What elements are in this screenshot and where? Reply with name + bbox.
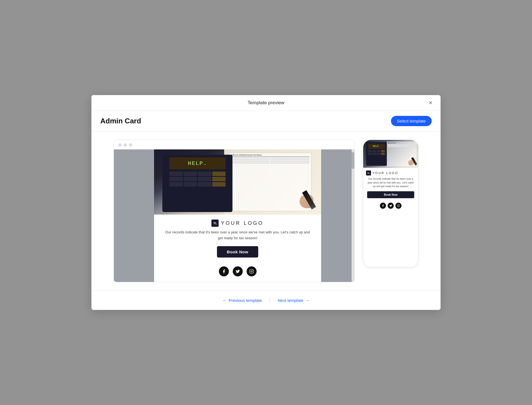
close-button[interactable]: ×	[426, 98, 435, 107]
mobile-body-text: Our records indicate that it's been over…	[363, 177, 418, 189]
modal-header: Template preview ×	[91, 95, 441, 111]
book-now-button[interactable]: Book Now	[217, 246, 258, 258]
previous-template-label: Previous template	[229, 298, 262, 303]
calc-display: HELP.	[188, 160, 207, 167]
browser-dots	[114, 140, 354, 149]
desktop-preview: HELP.	[114, 140, 355, 282]
next-template-button[interactable]: Next template →	[270, 296, 317, 305]
mobile-hero-bg: HELP.	[363, 140, 418, 168]
mobile-inner: HELP.	[363, 140, 418, 267]
mobile-book-now-button[interactable]: Book Now	[367, 191, 414, 198]
svg-rect-2	[397, 205, 400, 207]
mobile-hero-image: HELP.	[363, 140, 418, 168]
modal-footer: ← Previous template Next template →	[91, 291, 441, 310]
email-main: HELP.	[154, 149, 321, 282]
logo-text: YOUR LOGO	[221, 220, 264, 226]
mobile-twitter-icon	[388, 203, 394, 209]
modal-overlay: Template preview × Admin Card Select tem…	[0, 0, 532, 405]
email-logo-row: YL YOUR LOGO	[211, 220, 264, 227]
instagram-icon	[247, 266, 257, 276]
modal-title: Template preview	[248, 100, 284, 106]
logo-box: YL	[211, 220, 219, 227]
template-preview-modal: Template preview × Admin Card Select tem…	[91, 95, 441, 310]
next-template-label: Next template	[278, 298, 303, 303]
template-name: Admin Card	[100, 117, 141, 125]
mobile-instagram-icon	[395, 203, 401, 209]
email-sidebar-right	[321, 149, 354, 282]
mobile-logo-text: YOUR LOGO	[372, 171, 398, 175]
scrollbar	[352, 149, 354, 282]
mobile-logo-box: YL	[366, 170, 371, 175]
email-body-text: Our records indicate that it's been over…	[154, 230, 321, 241]
browser-dot-2	[124, 143, 127, 147]
calculator-visual: HELP.	[154, 149, 321, 215]
email-hero-image: HELP.	[154, 149, 321, 215]
modal-body: HELP.	[91, 131, 441, 291]
facebook-icon	[219, 266, 229, 276]
select-template-button[interactable]: Select template	[391, 116, 432, 126]
social-icons	[219, 266, 257, 276]
browser-dot-3	[129, 143, 132, 147]
email-content: HELP.	[114, 149, 354, 282]
next-arrow-icon: →	[305, 298, 310, 303]
previous-template-button[interactable]: ← Previous template	[215, 296, 270, 305]
svg-rect-0	[250, 269, 253, 273]
mobile-preview: HELP.	[363, 140, 418, 267]
twitter-icon	[233, 266, 243, 276]
email-sidebar-left	[114, 149, 154, 282]
modal-subheader: Admin Card Select template	[91, 111, 441, 131]
mobile-logo-row: YL YOUR LOGO	[366, 170, 415, 175]
mobile-social-icons	[363, 203, 418, 211]
browser-dot-1	[118, 143, 122, 147]
mobile-facebook-icon	[380, 203, 386, 209]
prev-arrow-icon: ←	[222, 298, 227, 303]
scrollbar-thumb	[352, 152, 354, 169]
